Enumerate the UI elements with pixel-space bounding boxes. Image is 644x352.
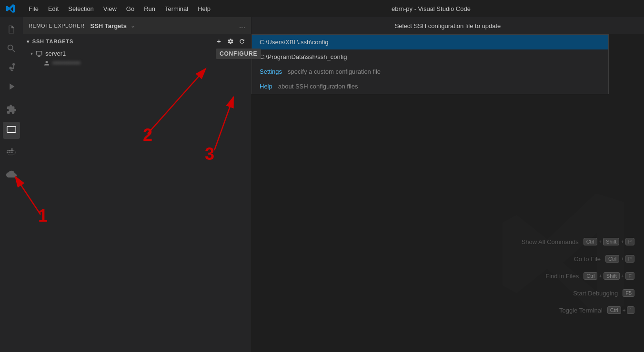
ssh-targets-actions: + Configure	[214, 36, 247, 47]
shortcut-start-debug: Start Debugging F5	[522, 289, 634, 297]
chevron-down-icon[interactable]: ⌄	[131, 22, 135, 29]
vscode-logo-icon	[6, 4, 15, 13]
ssh-config-list: C:\Users\XBL\.ssh\config C:\ProgramData\…	[252, 34, 609, 94]
shortcut-go-to-file-label: Go to File	[574, 255, 601, 263]
menu-help[interactable]: Help	[194, 3, 214, 14]
activity-remote-explorer-icon[interactable]	[3, 122, 20, 139]
titlebar: File Edit Selection View Go Run Terminal…	[0, 0, 644, 17]
ssh-config-desc-help: about SSH configuration files	[278, 83, 358, 90]
server1-item[interactable]: ▾ server1	[23, 49, 251, 59]
shortcut-find-files-keys: Ctrl + Shift + F	[584, 272, 634, 280]
activity-search-icon[interactable]	[3, 40, 20, 57]
keyboard-shortcuts: Show All Commands Ctrl + Shift + P Go to…	[522, 238, 634, 314]
activity-extensions-icon[interactable]	[3, 101, 20, 118]
menu-view[interactable]: View	[100, 3, 121, 14]
kbd-p-2: P	[625, 255, 634, 263]
menu-go[interactable]: Go	[122, 3, 138, 14]
ssh-config-item-programdata-config[interactable]: C:\ProgramData\ssh\ssh_config	[252, 49, 608, 64]
svg-rect-4	[9, 150, 11, 152]
ssh-config-header: Select SSH configuration file to update	[252, 17, 644, 34]
svg-rect-5	[11, 150, 13, 152]
ssh-config-path-2: C:\ProgramData\ssh\ssh_config	[260, 53, 347, 60]
menu-file[interactable]: File	[25, 3, 42, 14]
remote-explorer-label: REMOTE EXPLORER	[29, 23, 85, 29]
server1-expand-icon: ▾	[30, 51, 33, 56]
server1-label: server1	[45, 50, 66, 57]
more-options-icon[interactable]: ...	[239, 21, 245, 30]
activity-bar	[0, 17, 23, 352]
shortcut-go-to-file: Go to File Ctrl + P	[522, 255, 634, 263]
svg-rect-0	[7, 127, 16, 133]
sidebar-header: REMOTE EXPLORER SSH Targets ⌄ ...	[23, 17, 251, 34]
activity-cloud-icon[interactable]	[3, 166, 20, 183]
main-content: Select SSH configuration file to update …	[252, 17, 644, 352]
menu-terminal[interactable]: Terminal	[161, 3, 192, 14]
shortcut-go-to-file-keys: Ctrl + P	[605, 255, 634, 263]
svg-rect-2	[9, 152, 11, 153]
shortcut-toggle-terminal: Toggle Terminal Ctrl + `	[522, 306, 634, 314]
server1-connection-item[interactable]: ••••••••••••••	[23, 59, 251, 68]
ssh-targets-title: SSH Targets	[91, 22, 127, 29]
kbd-ctrl-2: Ctrl	[605, 255, 619, 263]
ssh-config-header-text: Select SSH configuration file to update	[395, 22, 501, 29]
refresh-button[interactable]	[237, 36, 247, 47]
user-icon	[44, 60, 50, 66]
expand-arrow-icon: ▾	[27, 39, 30, 44]
activity-docker-icon[interactable]	[3, 145, 20, 162]
activity-source-control-icon[interactable]	[3, 59, 20, 76]
ssh-config-desc-settings: specify a custom configuration file	[288, 68, 381, 75]
svg-rect-7	[36, 51, 42, 55]
ssh-config-keyword-settings: Settings	[260, 68, 282, 75]
ssh-targets-label: SSH TARGETS	[32, 39, 73, 44]
menu-selection[interactable]: Selection	[64, 3, 97, 14]
ssh-config-item-help[interactable]: Help about SSH configuration files	[252, 79, 608, 94]
shortcut-start-debug-keys: F5	[623, 289, 634, 297]
kbd-shift: Shift	[603, 238, 619, 245]
ssh-config-item-settings[interactable]: Settings specify a custom configuration …	[252, 64, 608, 79]
activity-explorer-icon[interactable]	[3, 21, 20, 38]
sidebar: REMOTE EXPLORER SSH Targets ⌄ ... ▾ SSH …	[23, 17, 252, 352]
ssh-config-keyword-help: Help	[260, 83, 272, 90]
configure-button[interactable]: Configure	[225, 36, 236, 47]
kbd-ctrl-3: Ctrl	[584, 272, 597, 280]
window-title: ebrn-py - Visual Studio Code	[224, 5, 638, 12]
activity-run-debug-icon[interactable]	[3, 78, 20, 95]
shortcut-toggle-terminal-label: Toggle Terminal	[559, 307, 603, 314]
shortcut-start-debug-label: Start Debugging	[573, 290, 618, 297]
server1-user-blurred: ••••••••••••••	[52, 60, 80, 67]
svg-rect-3	[11, 152, 13, 153]
shortcut-find-files: Find in Files Ctrl + Shift + F	[522, 272, 634, 280]
kbd-f: F	[625, 272, 634, 280]
titlebar-menu: File Edit Selection View Go Run Terminal…	[25, 3, 214, 14]
kbd-p: P	[625, 238, 634, 245]
shortcut-show-commands-label: Show All Commands	[522, 238, 579, 245]
add-ssh-target-button[interactable]: +	[214, 36, 224, 47]
shortcut-find-files-label: Find in Files	[545, 273, 579, 280]
menu-edit[interactable]: Edit	[44, 3, 62, 14]
menu-run[interactable]: Run	[140, 3, 159, 14]
kbd-ctrl: Ctrl	[584, 238, 597, 245]
ssh-config-item-user-config[interactable]: C:\Users\XBL\.ssh\config	[252, 35, 608, 49]
ssh-targets-bar: ▾ SSH TARGETS + Configure	[23, 34, 251, 49]
shortcut-toggle-terminal-keys: Ctrl + `	[607, 306, 634, 314]
svg-rect-6	[11, 148, 13, 150]
ssh-config-path-1: C:\Users\XBL\.ssh\config	[260, 39, 329, 46]
kbd-ctrl-4: Ctrl	[607, 306, 621, 314]
shortcut-show-commands: Show All Commands Ctrl + Shift + P	[522, 238, 634, 245]
kbd-backtick: `	[627, 306, 634, 314]
kbd-f5: F5	[623, 289, 634, 297]
kbd-shift-2: Shift	[604, 272, 620, 280]
monitor-icon	[36, 50, 42, 57]
shortcut-show-commands-keys: Ctrl + Shift + P	[584, 238, 634, 245]
